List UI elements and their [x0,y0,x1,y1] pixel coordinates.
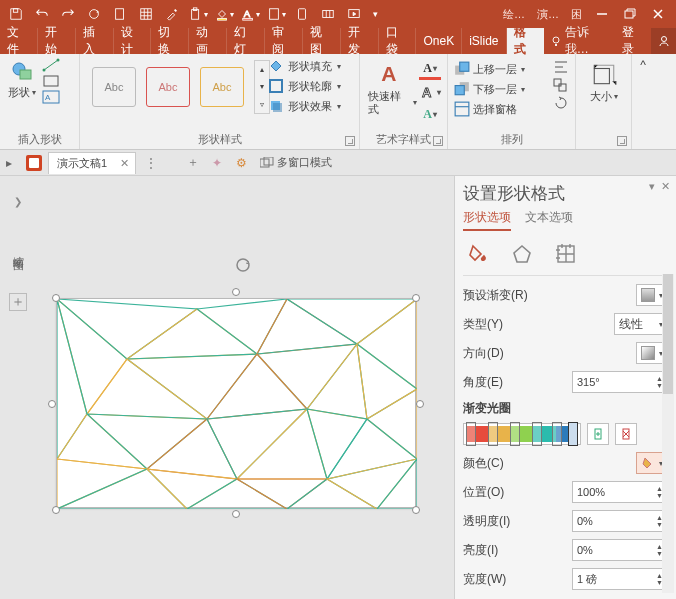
tab-developer[interactable]: 开发 [341,28,379,54]
tab-slideshow[interactable]: 幻灯 [227,28,265,54]
qat-more-icon[interactable]: ▾ [368,2,382,26]
add-slide-button[interactable]: ＋ [9,293,27,311]
style-swatch-3[interactable]: Abc [200,67,244,107]
type-dropdown[interactable]: 线性▾ [614,313,668,335]
shape-outline-button[interactable]: 形状轮廓▾ [268,78,341,94]
pane-scrollbar[interactable] [662,274,674,593]
wordart-dialog-launcher[interactable] [433,136,443,146]
send-backward-button[interactable]: 下移一层▾ [454,80,569,98]
gear-icon[interactable]: ⚙ [232,154,250,172]
refresh-icon[interactable] [82,2,106,26]
shape-fill-button[interactable]: 形状填充▾ [268,58,341,74]
group-icon[interactable] [553,78,569,92]
triangulated-shape[interactable] [57,299,417,509]
clipboard-icon[interactable]: ▾ [264,2,288,26]
undo-icon[interactable] [30,2,54,26]
bring-forward-button[interactable]: 上移一层▾ [454,60,569,78]
minimize-button[interactable] [588,2,616,26]
transparency-label: 透明度(I) [463,513,510,530]
tab-pocket[interactable]: 口袋 [379,28,417,54]
document-tab[interactable]: 演示文稿1 ✕ [48,152,136,174]
redo-icon[interactable] [56,2,80,26]
width-label: 宽度(W) [463,571,506,588]
tab-format[interactable]: 格式 [507,28,545,54]
tab-view[interactable]: 视图 [303,28,341,54]
font-color-icon[interactable]: A▾ [238,2,262,26]
tab-more-icon[interactable]: ⋮ [142,154,160,172]
shape-styles-dialog-launcher[interactable] [345,136,355,146]
shape-effects-label: 形状效果 [288,99,332,114]
shape-fill-label: 形状填充 [288,59,332,74]
login-link[interactable]: 登录 [616,28,651,54]
transparency-input[interactable]: 0%▲▼ [572,510,668,532]
multiwindow-button[interactable]: 多窗口模式 [256,155,336,170]
tab-transition[interactable]: 切换 [151,28,189,54]
quick-styles-button[interactable]: A 快速样式▾ [366,58,419,124]
close-button[interactable] [644,2,672,26]
tab-home[interactable]: 开始 [38,28,76,54]
new-doc-icon[interactable] [108,2,132,26]
shape-effects-button[interactable]: 形状效果▾ [268,98,341,114]
expand-panel-icon[interactable]: ▸ [6,156,20,170]
restore-button[interactable] [616,2,644,26]
slideshow-icon[interactable] [342,2,366,26]
pane-options-icon[interactable]: ▾ [649,180,655,193]
eyedropper-icon[interactable] [160,2,184,26]
svg-rect-10 [299,9,306,20]
pane-tab-text[interactable]: 文本选项 [525,209,573,231]
text-effects-icon[interactable]: A▾ [419,104,441,124]
tab-design[interactable]: 设计 [114,28,152,54]
gutter-chevron-icon[interactable]: ❯ [14,196,22,207]
svg-rect-25 [273,103,282,112]
paste-icon[interactable]: ▾ [186,2,210,26]
rect-shape-icon[interactable] [42,74,60,88]
tab-file[interactable]: 文件 [0,28,38,54]
addins-icon[interactable] [316,2,340,26]
text-outline-icon[interactable]: A▾ [419,82,441,102]
tab-review[interactable]: 审阅 [265,28,303,54]
fill-color-icon[interactable]: ▾ [212,2,236,26]
svg-point-1 [90,10,99,19]
collapse-ribbon-button[interactable]: ^ [632,54,654,149]
size-props-tab-icon[interactable] [553,241,579,267]
touch-mode-icon[interactable] [290,2,314,26]
slide[interactable] [56,298,416,508]
shapes-button[interactable]: 形状▾ [6,58,38,101]
position-input[interactable]: 100%▲▼ [572,481,668,503]
slide-canvas[interactable] [36,176,454,599]
fill-line-tab-icon[interactable] [465,241,491,267]
tab-onekey[interactable]: OneK [416,28,462,54]
effects-tab-icon[interactable] [509,241,535,267]
share-button[interactable] [651,28,676,54]
rotate-handle[interactable] [234,256,252,274]
line-shape-icon[interactable] [42,58,60,72]
pane-close-icon[interactable]: ✕ [661,180,670,193]
textbox-shape-icon[interactable]: A [42,90,60,104]
tab-islide[interactable]: iSlide [462,28,506,54]
width-input[interactable]: 1 磅▲▼ [572,568,668,590]
text-fill-icon[interactable]: A▾ [419,60,441,80]
star-icon[interactable]: ✦ [208,154,226,172]
tab-animation[interactable]: 动画 [189,28,227,54]
brightness-input[interactable]: 0%▲▼ [572,539,668,561]
close-tab-icon[interactable]: ✕ [120,157,129,170]
style-swatch-2[interactable]: Abc [146,67,190,107]
gradient-stops-bar[interactable] [463,423,581,445]
style-swatch-1[interactable]: Abc [92,67,136,107]
table-icon[interactable] [134,2,158,26]
align-icon[interactable] [553,60,569,74]
size-button[interactable]: 大小▾ [588,60,620,105]
angle-input[interactable]: 315°▲▼ [572,371,668,393]
svg-marker-39 [514,246,530,262]
size-dialog-launcher[interactable] [617,136,627,146]
add-stop-button[interactable] [587,423,609,445]
rotate-icon[interactable] [553,96,569,110]
tab-insert[interactable]: 插入 [76,28,114,54]
arrange-group-label: 排列 [448,132,575,147]
new-tab-icon[interactable]: ＋ [184,154,202,172]
remove-stop-button[interactable] [615,423,637,445]
save-icon[interactable] [4,2,28,26]
pane-tab-shape[interactable]: 形状选项 [463,209,511,231]
tell-me[interactable]: 告诉我… [544,28,616,54]
selection-pane-button[interactable]: 选择窗格 [454,100,569,118]
